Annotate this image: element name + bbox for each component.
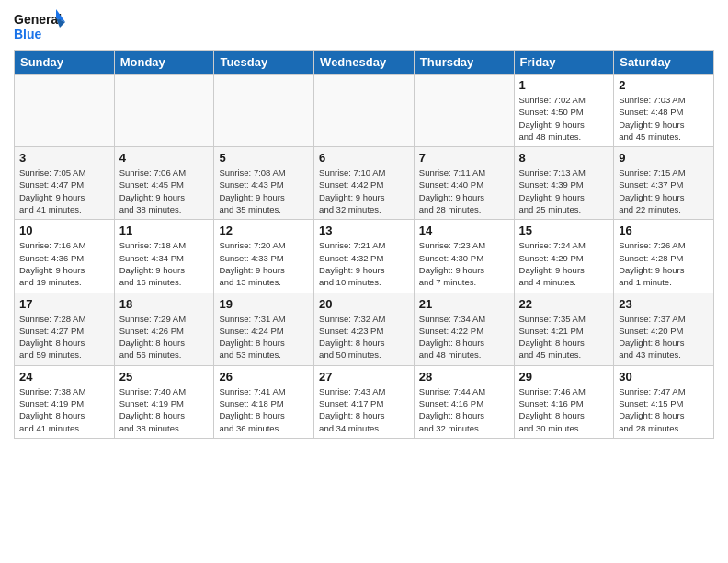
calendar-day-cell: 3Sunrise: 7:05 AM Sunset: 4:47 PM Daylig…	[15, 147, 115, 220]
day-number: 12	[219, 224, 309, 237]
day-info: Sunrise: 7:10 AM Sunset: 4:42 PM Dayligh…	[319, 167, 409, 215]
calendar-day-cell: 29Sunrise: 7:46 AM Sunset: 4:16 PM Dayli…	[514, 365, 614, 438]
calendar-week-row: 3Sunrise: 7:05 AM Sunset: 4:47 PM Daylig…	[15, 147, 714, 220]
calendar-week-row: 24Sunrise: 7:38 AM Sunset: 4:19 PM Dayli…	[15, 365, 714, 438]
weekday-header: Saturday	[614, 51, 714, 75]
calendar-day-cell: 9Sunrise: 7:15 AM Sunset: 4:37 PM Daylig…	[614, 147, 714, 220]
calendar-day-cell: 27Sunrise: 7:43 AM Sunset: 4:17 PM Dayli…	[314, 365, 415, 438]
day-info: Sunrise: 7:26 AM Sunset: 4:28 PM Dayligh…	[619, 239, 709, 288]
day-info: Sunrise: 7:06 AM Sunset: 4:45 PM Dayligh…	[119, 167, 210, 215]
day-number: 4	[119, 151, 210, 165]
day-number: 17	[19, 297, 109, 311]
day-info: Sunrise: 7:21 AM Sunset: 4:32 PM Dayligh…	[319, 239, 409, 288]
calendar-day-cell: 20Sunrise: 7:32 AM Sunset: 4:23 PM Dayli…	[314, 293, 415, 365]
day-number: 10	[19, 224, 109, 237]
day-number: 19	[219, 297, 309, 311]
calendar-day-cell: 23Sunrise: 7:37 AM Sunset: 4:20 PM Dayli…	[614, 293, 714, 365]
calendar-day-cell: 1Sunrise: 7:02 AM Sunset: 4:50 PM Daylig…	[514, 75, 614, 147]
day-info: Sunrise: 7:02 AM Sunset: 4:50 PM Dayligh…	[519, 94, 609, 143]
day-info: Sunrise: 7:47 AM Sunset: 4:15 PM Dayligh…	[619, 385, 709, 434]
day-info: Sunrise: 7:18 AM Sunset: 4:34 PM Dayligh…	[119, 239, 210, 288]
calendar-day-cell: 16Sunrise: 7:26 AM Sunset: 4:28 PM Dayli…	[614, 220, 714, 293]
weekday-header: Monday	[114, 51, 214, 75]
calendar-day-cell: 14Sunrise: 7:23 AM Sunset: 4:30 PM Dayli…	[414, 220, 514, 293]
calendar-day-cell: 19Sunrise: 7:31 AM Sunset: 4:24 PM Dayli…	[214, 293, 314, 365]
calendar-day-cell: 15Sunrise: 7:24 AM Sunset: 4:29 PM Dayli…	[514, 220, 614, 293]
day-number: 20	[319, 297, 409, 311]
calendar-day-cell: 5Sunrise: 7:08 AM Sunset: 4:43 PM Daylig…	[214, 147, 314, 220]
day-number: 26	[219, 370, 309, 384]
day-number: 6	[319, 151, 409, 165]
day-number: 5	[219, 151, 309, 165]
day-info: Sunrise: 7:20 AM Sunset: 4:33 PM Dayligh…	[219, 239, 309, 288]
day-info: Sunrise: 7:44 AM Sunset: 4:16 PM Dayligh…	[419, 385, 509, 434]
day-number: 2	[619, 78, 709, 92]
day-info: Sunrise: 7:32 AM Sunset: 4:23 PM Dayligh…	[319, 313, 409, 362]
calendar-week-row: 17Sunrise: 7:28 AM Sunset: 4:27 PM Dayli…	[15, 293, 714, 365]
day-number: 9	[619, 151, 709, 165]
calendar-table: SundayMondayTuesdayWednesdayThursdayFrid…	[14, 50, 714, 439]
day-info: Sunrise: 7:43 AM Sunset: 4:17 PM Dayligh…	[319, 385, 409, 434]
calendar-week-row: 1Sunrise: 7:02 AM Sunset: 4:50 PM Daylig…	[15, 75, 714, 147]
calendar-day-cell: 11Sunrise: 7:18 AM Sunset: 4:34 PM Dayli…	[114, 220, 214, 293]
calendar-day-cell: 25Sunrise: 7:40 AM Sunset: 4:19 PM Dayli…	[114, 365, 214, 438]
weekday-header: Sunday	[15, 51, 115, 75]
calendar-day-cell: 28Sunrise: 7:44 AM Sunset: 4:16 PM Dayli…	[414, 365, 514, 438]
calendar-day-cell	[414, 75, 514, 147]
calendar-week-row: 10Sunrise: 7:16 AM Sunset: 4:36 PM Dayli…	[15, 220, 714, 293]
weekday-header: Wednesday	[314, 51, 415, 75]
day-number: 16	[619, 224, 709, 237]
calendar-day-cell: 22Sunrise: 7:35 AM Sunset: 4:21 PM Dayli…	[514, 293, 614, 365]
day-number: 22	[519, 297, 609, 311]
svg-text:Blue: Blue	[14, 27, 42, 41]
calendar-day-cell: 8Sunrise: 7:13 AM Sunset: 4:39 PM Daylig…	[514, 147, 614, 220]
day-info: Sunrise: 7:08 AM Sunset: 4:43 PM Dayligh…	[219, 167, 309, 215]
day-number: 18	[119, 297, 210, 311]
day-info: Sunrise: 7:15 AM Sunset: 4:37 PM Dayligh…	[619, 167, 709, 215]
day-number: 29	[519, 370, 609, 384]
calendar-day-cell	[314, 75, 415, 147]
day-info: Sunrise: 7:46 AM Sunset: 4:16 PM Dayligh…	[519, 385, 609, 434]
day-number: 24	[19, 370, 109, 384]
calendar-day-cell: 12Sunrise: 7:20 AM Sunset: 4:33 PM Dayli…	[214, 220, 314, 293]
day-info: Sunrise: 7:16 AM Sunset: 4:36 PM Dayligh…	[19, 239, 109, 288]
day-number: 8	[519, 151, 609, 165]
day-number: 21	[419, 297, 509, 311]
day-info: Sunrise: 7:29 AM Sunset: 4:26 PM Dayligh…	[119, 313, 210, 362]
calendar-day-cell: 21Sunrise: 7:34 AM Sunset: 4:22 PM Dayli…	[414, 293, 514, 365]
weekday-header: Thursday	[414, 51, 514, 75]
logo-svg: GeneralBlue	[14, 9, 69, 42]
day-number: 1	[519, 78, 609, 92]
day-number: 23	[619, 297, 709, 311]
day-number: 7	[419, 151, 509, 165]
weekday-header: Tuesday	[214, 51, 314, 75]
day-number: 15	[519, 224, 609, 237]
day-info: Sunrise: 7:28 AM Sunset: 4:27 PM Dayligh…	[19, 313, 109, 362]
calendar-day-cell	[15, 75, 115, 147]
day-info: Sunrise: 7:35 AM Sunset: 4:21 PM Dayligh…	[519, 313, 609, 362]
day-info: Sunrise: 7:38 AM Sunset: 4:19 PM Dayligh…	[19, 385, 109, 434]
day-info: Sunrise: 7:37 AM Sunset: 4:20 PM Dayligh…	[619, 313, 709, 362]
svg-text:General: General	[14, 12, 62, 27]
day-number: 14	[419, 224, 509, 237]
day-info: Sunrise: 7:23 AM Sunset: 4:30 PM Dayligh…	[419, 239, 509, 288]
day-info: Sunrise: 7:11 AM Sunset: 4:40 PM Dayligh…	[419, 167, 509, 215]
calendar-day-cell: 13Sunrise: 7:21 AM Sunset: 4:32 PM Dayli…	[314, 220, 415, 293]
calendar-day-cell: 30Sunrise: 7:47 AM Sunset: 4:15 PM Dayli…	[614, 365, 714, 438]
day-info: Sunrise: 7:40 AM Sunset: 4:19 PM Dayligh…	[119, 385, 210, 434]
day-number: 11	[119, 224, 210, 237]
calendar-header-row: SundayMondayTuesdayWednesdayThursdayFrid…	[15, 51, 714, 75]
calendar-day-cell: 2Sunrise: 7:03 AM Sunset: 4:48 PM Daylig…	[614, 75, 714, 147]
calendar-day-cell: 17Sunrise: 7:28 AM Sunset: 4:27 PM Dayli…	[15, 293, 115, 365]
calendar-day-cell	[114, 75, 214, 147]
day-number: 25	[119, 370, 210, 384]
day-info: Sunrise: 7:31 AM Sunset: 4:24 PM Dayligh…	[219, 313, 309, 362]
day-info: Sunrise: 7:34 AM Sunset: 4:22 PM Dayligh…	[419, 313, 509, 362]
calendar-day-cell: 6Sunrise: 7:10 AM Sunset: 4:42 PM Daylig…	[314, 147, 415, 220]
logo: GeneralBlue	[14, 9, 69, 42]
day-info: Sunrise: 7:03 AM Sunset: 4:48 PM Dayligh…	[619, 94, 709, 143]
day-info: Sunrise: 7:13 AM Sunset: 4:39 PM Dayligh…	[519, 167, 609, 215]
calendar-day-cell: 18Sunrise: 7:29 AM Sunset: 4:26 PM Dayli…	[114, 293, 214, 365]
calendar-day-cell: 7Sunrise: 7:11 AM Sunset: 4:40 PM Daylig…	[414, 147, 514, 220]
weekday-header: Friday	[514, 51, 614, 75]
